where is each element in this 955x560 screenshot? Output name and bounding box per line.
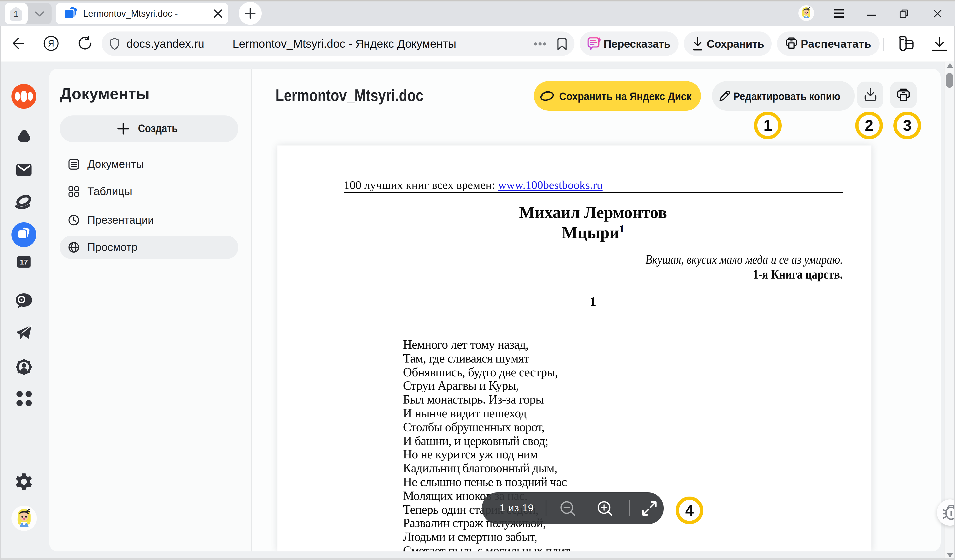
svg-text:17: 17: [20, 258, 28, 266]
svg-text:1: 1: [13, 9, 18, 19]
svg-text:Я: Я: [48, 39, 54, 48]
